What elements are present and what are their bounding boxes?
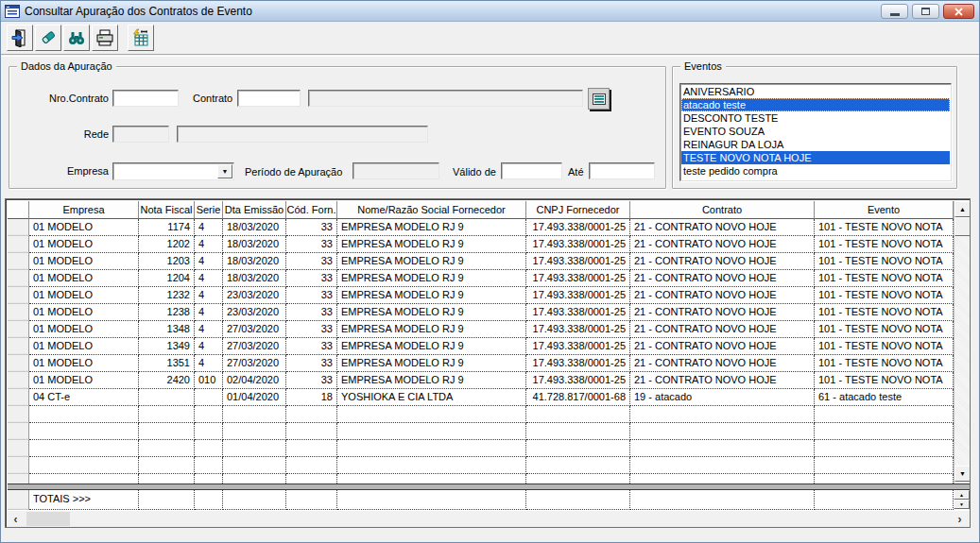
grid-cell[interactable]: 33: [286, 372, 337, 389]
grid-cell[interactable]: 18/03/2020: [223, 236, 286, 253]
grid-cell[interactable]: [337, 440, 526, 457]
grid-cell[interactable]: 21 - CONTRATO NOVO HOJE: [630, 372, 815, 389]
grid-cell[interactable]: 02/04/2020: [223, 372, 286, 389]
grid-cell[interactable]: [195, 440, 223, 457]
grid-cell[interactable]: [526, 406, 630, 423]
grid-cell[interactable]: [223, 406, 286, 423]
grid-cell[interactable]: EMPRESA MODELO RJ 9: [337, 219, 526, 236]
exit-button[interactable]: [7, 25, 33, 51]
grid-cell[interactable]: [195, 423, 223, 440]
grid-cell[interactable]: EMPRESA MODELO RJ 9: [337, 338, 526, 355]
grid-cell[interactable]: 01 MODELO: [29, 372, 139, 389]
grid-row[interactable]: 04 CT-e01/04/202018YOSHIOKA E CIA LTDA41…: [8, 389, 954, 406]
grid-cell[interactable]: 01 MODELO: [29, 321, 139, 338]
grid-row[interactable]: [8, 440, 954, 457]
close-button[interactable]: [943, 4, 974, 19]
grid-row[interactable]: 01 MODELO1351427/03/202033EMPRESA MODELO…: [8, 355, 954, 372]
grid-cell[interactable]: 17.493.338/0001-25: [526, 338, 630, 355]
grid-cell[interactable]: 04 CT-e: [29, 389, 139, 406]
grid-cell[interactable]: 101 - TESTE NOVO NOTA: [815, 372, 954, 389]
column-header[interactable]: Nota Fiscal: [139, 201, 195, 219]
grid-cell[interactable]: [195, 389, 223, 406]
column-header[interactable]: Serie: [195, 201, 223, 219]
grid-cell[interactable]: [630, 423, 815, 440]
grid-row[interactable]: 01 MODELO1349427/03/202033EMPRESA MODELO…: [8, 338, 954, 355]
grid-cell[interactable]: 01 MODELO: [29, 253, 139, 270]
grid-cell[interactable]: [29, 457, 139, 474]
grid-cell[interactable]: 17.493.338/0001-25: [526, 321, 630, 338]
grid-row[interactable]: 01 MODELO1203418/03/202033EMPRESA MODELO…: [8, 253, 954, 270]
grid-cell[interactable]: [630, 406, 815, 423]
grid-cell[interactable]: [815, 457, 954, 474]
grid-cell[interactable]: [286, 423, 337, 440]
eventos-item[interactable]: REINAGUR DA LOJA: [681, 138, 950, 151]
grid-cell[interactable]: 33: [286, 253, 337, 270]
horizontal-scrollbar[interactable]: ‹ ›: [8, 511, 970, 527]
grid-cell[interactable]: 21 - CONTRATO NOVO HOJE: [630, 338, 815, 355]
grid-cell[interactable]: 101 - TESTE NOVO NOTA: [815, 236, 954, 253]
grid-cell[interactable]: [337, 406, 526, 423]
grid-cell[interactable]: 33: [286, 338, 337, 355]
grid-cell[interactable]: 27/03/2020: [223, 355, 286, 372]
grid-cell[interactable]: 4: [195, 321, 223, 338]
eventos-item[interactable]: DESCONTO TESTE: [681, 111, 950, 125]
grid-cell[interactable]: 1174: [139, 219, 195, 236]
grid-cell[interactable]: 33: [286, 287, 337, 304]
grid-cell[interactable]: 01/04/2020: [223, 389, 286, 406]
grid-cell[interactable]: 4: [195, 287, 223, 304]
grid-row[interactable]: 01 MODELO242001002/04/202033EMPRESA MODE…: [8, 372, 954, 389]
grid-cell[interactable]: 17.493.338/0001-25: [526, 219, 630, 236]
grid-splitter[interactable]: [8, 484, 970, 490]
grid-cell[interactable]: 010: [195, 372, 223, 389]
grid-cell[interactable]: 23/03/2020: [223, 304, 286, 321]
grid-cell[interactable]: [29, 423, 139, 440]
grid-cell[interactable]: [139, 457, 195, 474]
column-header[interactable]: Dta Emissão: [223, 201, 286, 219]
grid-cell[interactable]: 33: [286, 219, 337, 236]
grid-cell[interactable]: [223, 457, 286, 474]
grid-cell[interactable]: 4: [195, 219, 223, 236]
grid-row[interactable]: 01 MODELO1232423/03/202033EMPRESA MODELO…: [8, 287, 954, 304]
restore-button[interactable]: [912, 4, 939, 19]
empresa-combobox-button[interactable]: ▼: [217, 164, 232, 178]
grid-cell[interactable]: 01 MODELO: [29, 355, 139, 372]
grid-cell[interactable]: 1204: [139, 270, 195, 287]
eventos-listbox[interactable]: ANIVERSARIOatacado testeDESCONTO TESTEEV…: [679, 83, 952, 181]
grid-cell[interactable]: 23/03/2020: [223, 287, 286, 304]
grid-cell[interactable]: 01 MODELO: [29, 304, 139, 321]
empresa-combobox[interactable]: ▼: [112, 162, 234, 180]
grid-cell[interactable]: [195, 457, 223, 474]
grid-cell[interactable]: 1202: [139, 236, 195, 253]
eventos-item[interactable]: atacado teste: [681, 98, 950, 111]
grid-cell[interactable]: [286, 474, 337, 484]
nro-contrato-input[interactable]: [112, 90, 179, 107]
grid-cell[interactable]: 101 - TESTE NOVO NOTA: [815, 253, 954, 270]
grid-row[interactable]: 01 MODELO1174418/03/202033EMPRESA MODELO…: [8, 219, 954, 236]
grid-cell[interactable]: 101 - TESTE NOVO NOTA: [815, 219, 954, 236]
search-button[interactable]: [63, 25, 90, 51]
contrato-lookup-button[interactable]: [588, 88, 610, 110]
grid-cell[interactable]: 27/03/2020: [223, 321, 286, 338]
grid-cell[interactable]: [526, 457, 630, 474]
grid-cell[interactable]: 33: [286, 355, 337, 372]
scroll-up-button[interactable]: ▲: [954, 201, 970, 217]
grid-cell[interactable]: [630, 440, 815, 457]
contrato-codigo-input[interactable]: [237, 90, 301, 107]
grid-cell[interactable]: [286, 440, 337, 457]
grid-cell[interactable]: 1348: [139, 321, 195, 338]
grid-cell[interactable]: 18/03/2020: [223, 219, 286, 236]
grid-cell[interactable]: [29, 406, 139, 423]
horizontal-scroll-thumb[interactable]: [26, 512, 70, 526]
grid-cell[interactable]: EMPRESA MODELO RJ 9: [337, 372, 526, 389]
eventos-item[interactable]: TESTE NOVO NOTA HOJE: [681, 151, 950, 164]
grid-cell[interactable]: 17.493.338/0001-25: [526, 270, 630, 287]
grid-cell[interactable]: [139, 423, 195, 440]
grid-cell[interactable]: 33: [286, 304, 337, 321]
grid-cell[interactable]: 17.493.338/0001-25: [526, 355, 630, 372]
grid-cell[interactable]: 4: [195, 338, 223, 355]
grid-cell[interactable]: [337, 474, 526, 484]
grid-cell[interactable]: 101 - TESTE NOVO NOTA: [815, 321, 954, 338]
grid-cell[interactable]: 101 - TESTE NOVO NOTA: [815, 287, 954, 304]
grid-cell[interactable]: 17.493.338/0001-25: [526, 253, 630, 270]
grid-cell[interactable]: [815, 474, 954, 484]
